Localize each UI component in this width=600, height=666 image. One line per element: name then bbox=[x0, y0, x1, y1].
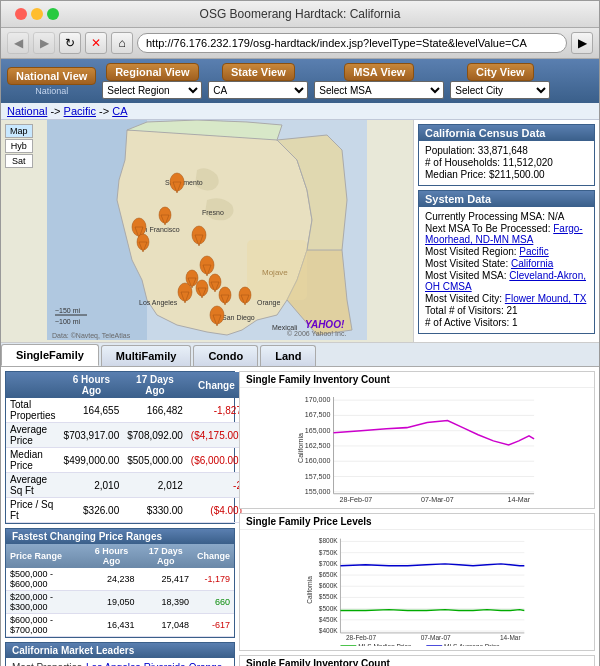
stats-v2: 2,012 bbox=[123, 473, 187, 498]
stats-v1: 2,010 bbox=[60, 473, 124, 498]
browser-toolbar: ◀ ▶ ↻ ✕ ⌂ ▶ bbox=[1, 28, 599, 59]
svg-text:157,500: 157,500 bbox=[305, 473, 331, 481]
price-chart-box: Single Family Price Levels $800K $750K $… bbox=[239, 513, 595, 651]
property-tabs-section: SingleFamily MultiFamily Condo Land bbox=[1, 342, 599, 367]
price-ranges-header: Fastest Changing Price Ranges bbox=[6, 529, 234, 544]
inventory-chart-box: Single Family Inventory Count 170,000 16… bbox=[239, 371, 595, 509]
svg-text:$550K: $550K bbox=[319, 593, 338, 600]
go-button[interactable]: ▶ bbox=[571, 32, 593, 54]
forward-button[interactable]: ▶ bbox=[33, 32, 55, 54]
stop-button[interactable]: ✕ bbox=[85, 32, 107, 54]
inventory-chart-title: Single Family Inventory Count bbox=[240, 372, 594, 388]
tab-single-family[interactable]: SingleFamily bbox=[1, 344, 99, 366]
stats-v1: 164,655 bbox=[60, 398, 124, 423]
system-data-body: Currently Processing MSA: N/A Next MSA T… bbox=[419, 207, 594, 333]
median-price-row: Median Price: $211,500.00 bbox=[425, 169, 588, 180]
svg-text:165,000: 165,000 bbox=[305, 427, 331, 435]
stats-change: -1,827 bbox=[187, 398, 246, 423]
msa-view-button[interactable]: MSA View bbox=[344, 63, 414, 81]
tab-land[interactable]: Land bbox=[260, 345, 316, 366]
population-label: Population: bbox=[425, 145, 475, 156]
breadcrumb-ca[interactable]: CA bbox=[112, 105, 127, 117]
stats-change: ($4.00) bbox=[187, 498, 246, 523]
price-v1: 24,238 bbox=[84, 568, 138, 591]
navigation-bar: National View National Regional View Sel… bbox=[1, 59, 599, 103]
state-nav: State View CA bbox=[208, 63, 308, 99]
stats-col-6h: 6 Hours Ago bbox=[60, 372, 124, 398]
price-v1: 19,050 bbox=[84, 591, 138, 614]
svg-text:155,000: 155,000 bbox=[305, 488, 331, 496]
svg-text:$650K: $650K bbox=[319, 571, 338, 578]
satellite-view-button[interactable]: Sat bbox=[5, 154, 33, 168]
national-sublabel: National bbox=[35, 86, 68, 96]
map-view-button[interactable]: Map bbox=[5, 124, 33, 138]
price-col-range: Price Range bbox=[6, 544, 84, 568]
table-row: Price / Sq Ft $326.00 $330.00 ($4.00) bbox=[6, 498, 246, 523]
stats-change: ($4,175.00) bbox=[187, 423, 246, 448]
svg-text:07-Mar-07: 07-Mar-07 bbox=[421, 634, 451, 641]
most-visited-state-link[interactable]: California bbox=[511, 258, 553, 269]
svg-text:162,500: 162,500 bbox=[305, 442, 331, 450]
tab-multi-family[interactable]: MultiFamily bbox=[101, 345, 192, 366]
city-nav: City View Select City bbox=[450, 63, 550, 99]
svg-text:~100 mi: ~100 mi bbox=[55, 318, 81, 325]
home-button[interactable]: ⌂ bbox=[111, 32, 133, 54]
msa-select[interactable]: Select MSA bbox=[314, 81, 444, 99]
most-visited-region-link[interactable]: Pacific bbox=[519, 246, 548, 257]
back-button[interactable]: ◀ bbox=[7, 32, 29, 54]
stats-v2: $708,092.00 bbox=[123, 423, 187, 448]
most-visited-region-label: Most Visited Region: bbox=[425, 246, 517, 257]
refresh-button[interactable]: ↻ bbox=[59, 32, 81, 54]
census-data-box: California Census Data Population: 33,87… bbox=[418, 124, 595, 186]
data-section: 6 Hours Ago 17 Days Ago Change Total Pro… bbox=[1, 367, 599, 666]
stats-label: Median Price bbox=[6, 448, 60, 473]
city-view-button[interactable]: City View bbox=[467, 63, 534, 81]
svg-text:MLS Median Price: MLS Median Price bbox=[358, 643, 412, 646]
most-visited-region-row: Most Visited Region: Pacific bbox=[425, 246, 588, 257]
info-panel: California Census Data Population: 33,87… bbox=[414, 120, 599, 342]
leader-link[interactable]: Los Angeles-Riverside-Orange County, CA bbox=[86, 662, 228, 666]
hybrid-view-button[interactable]: Hyb bbox=[5, 139, 33, 153]
next-msa-row: Next MSA To Be Processed: Fargo-Moorhead… bbox=[425, 223, 588, 245]
stats-label: Total Properties bbox=[6, 398, 60, 423]
minimize-button[interactable] bbox=[31, 8, 43, 20]
price-chart-area: $800K $750K $700K $650K $600K $550K $500… bbox=[240, 530, 594, 650]
price-range-label: $500,000 - $600,000 bbox=[6, 568, 84, 591]
stats-label: Average Price bbox=[6, 423, 60, 448]
breadcrumb-national[interactable]: National bbox=[7, 105, 47, 117]
regional-view-button[interactable]: Regional View bbox=[106, 63, 198, 81]
regional-select[interactable]: Select Region bbox=[102, 81, 202, 99]
total-visitors-label: Total # of Visitors: bbox=[425, 305, 504, 316]
close-button[interactable] bbox=[15, 8, 27, 20]
svg-text:San Diego: San Diego bbox=[222, 314, 255, 322]
most-visited-city-label: Most Visited City: bbox=[425, 293, 502, 304]
state-view-button[interactable]: State View bbox=[222, 63, 295, 81]
url-input[interactable] bbox=[137, 33, 567, 53]
most-visited-city-link[interactable]: Flower Mound, TX bbox=[505, 293, 587, 304]
svg-text:$500K: $500K bbox=[319, 605, 338, 612]
map-container[interactable]: Map Hyb Sat bbox=[1, 120, 414, 342]
inventory-chart-area: 170,000 167,500 165,000 162,500 160,000 … bbox=[240, 388, 594, 508]
msa-nav: MSA View Select MSA bbox=[314, 63, 444, 99]
stats-label: Price / Sq Ft bbox=[6, 498, 60, 523]
national-view-button[interactable]: National View bbox=[7, 67, 96, 85]
tabs-bar: SingleFamily MultiFamily Condo Land bbox=[1, 343, 599, 367]
svg-text:Fresno: Fresno bbox=[202, 209, 224, 216]
svg-text:170,000: 170,000 bbox=[305, 396, 331, 404]
state-select[interactable]: CA bbox=[208, 81, 308, 99]
stats-col-change: Change bbox=[187, 372, 246, 398]
households-row: # of Households: 11,512,020 bbox=[425, 157, 588, 168]
chart3-title-box: Single Family Inventory Count bbox=[239, 655, 595, 666]
price-change: -617 bbox=[193, 614, 234, 637]
price-v1: 16,431 bbox=[84, 614, 138, 637]
tab-condo[interactable]: Condo bbox=[193, 345, 258, 366]
breadcrumb-pacific[interactable]: Pacific bbox=[64, 105, 96, 117]
svg-text:$600K: $600K bbox=[319, 582, 338, 589]
census-data-body: Population: 33,871,648 # of Households: … bbox=[419, 141, 594, 185]
window-controls[interactable] bbox=[15, 8, 59, 20]
svg-text:$700K: $700K bbox=[319, 560, 338, 567]
households-value: 11,512,020 bbox=[503, 157, 553, 168]
maximize-button[interactable] bbox=[47, 8, 59, 20]
city-select[interactable]: Select City bbox=[450, 81, 550, 99]
stats-label: Average Sq Ft bbox=[6, 473, 60, 498]
